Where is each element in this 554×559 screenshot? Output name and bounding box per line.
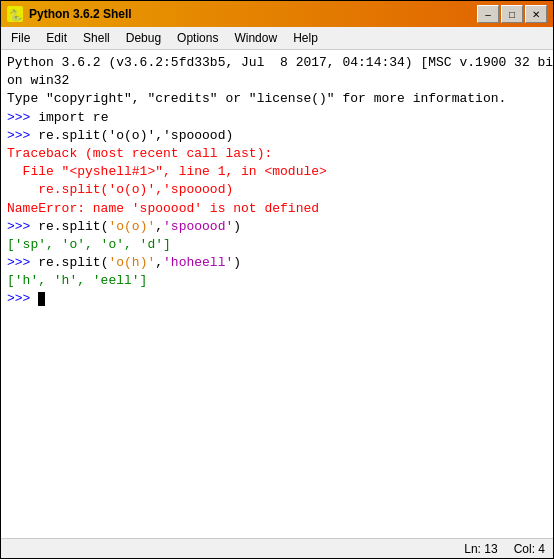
line-10: >>> re.split('o(o)','spooood') — [7, 218, 547, 236]
code-4: import re — [38, 110, 108, 125]
line-number: Ln: 13 — [464, 542, 497, 556]
title-bar-left: 🐍 Python 3.6.2 Shell — [7, 6, 132, 22]
col-number: Col: 4 — [514, 542, 545, 556]
prompt-5: >>> — [7, 128, 38, 143]
window-title: Python 3.6.2 Shell — [29, 7, 132, 21]
minimize-button[interactable]: – — [477, 5, 499, 23]
svg-text:🐍: 🐍 — [9, 8, 23, 22]
line-1: Python 3.6.2 (v3.6.2:5fd33b5, Jul 8 2017… — [7, 54, 547, 72]
menu-file[interactable]: File — [3, 29, 38, 47]
prompt-14: >>> — [7, 291, 38, 306]
code-5: re.split('o(o)','spooood) — [38, 128, 233, 143]
maximize-button[interactable]: □ — [501, 5, 523, 23]
line-13: ['h', 'h', 'eell'] — [7, 272, 547, 290]
code-10: re.split('o(o)','spooood') — [38, 219, 241, 234]
line-3: Type "copyright", "credits" or "license(… — [7, 90, 547, 108]
cursor — [38, 292, 45, 306]
prompt-4: >>> — [7, 110, 38, 125]
shell-output[interactable]: Python 3.6.2 (v3.6.2:5fd33b5, Jul 8 2017… — [1, 50, 553, 538]
code-12: re.split('o(h)','hoheell') — [38, 255, 241, 270]
menu-window[interactable]: Window — [226, 29, 285, 47]
line-14: >>> — [7, 290, 547, 308]
title-bar: 🐍 Python 3.6.2 Shell – □ ✕ — [1, 1, 553, 27]
close-button[interactable]: ✕ — [525, 5, 547, 23]
line-7: File "<pyshell#1>", line 1, in <module> — [7, 163, 547, 181]
status-bar: Ln: 13 Col: 4 — [1, 538, 553, 558]
line-8: re.split('o(o)','spooood) — [7, 181, 547, 199]
menu-help[interactable]: Help — [285, 29, 326, 47]
line-2: on win32 — [7, 72, 547, 90]
menu-shell[interactable]: Shell — [75, 29, 118, 47]
menu-options[interactable]: Options — [169, 29, 226, 47]
line-11: ['sp', 'o', 'o', 'd'] — [7, 236, 547, 254]
menu-edit[interactable]: Edit — [38, 29, 75, 47]
menu-bar: File Edit Shell Debug Options Window Hel… — [1, 27, 553, 50]
line-5: >>> re.split('o(o)','spooood) — [7, 127, 547, 145]
main-window: 🐍 Python 3.6.2 Shell – □ ✕ File Edit She… — [0, 0, 554, 559]
line-6: Traceback (most recent call last): — [7, 145, 547, 163]
prompt-10: >>> — [7, 219, 38, 234]
line-9: NameError: name 'spooood' is not defined — [7, 200, 547, 218]
menu-debug[interactable]: Debug — [118, 29, 169, 47]
prompt-12: >>> — [7, 255, 38, 270]
line-12: >>> re.split('o(h)','hoheell') — [7, 254, 547, 272]
line-4: >>> import re — [7, 109, 547, 127]
title-bar-buttons: – □ ✕ — [477, 5, 547, 23]
python-icon: 🐍 — [7, 6, 23, 22]
